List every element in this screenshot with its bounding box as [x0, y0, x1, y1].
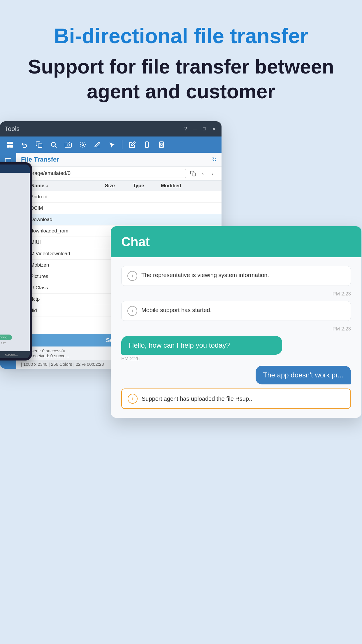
path-row: ‹ › — [16, 167, 222, 181]
window-titlebar: Tools ? — □ ✕ — [0, 121, 222, 136]
system-message-1: i The representative is viewing system i… — [121, 266, 351, 286]
file-upload-text: Support agent has uploaded the file Rsup… — [142, 396, 345, 402]
path-nav-buttons: ‹ › — [189, 169, 217, 178]
headline-dark: Support for file transfer between agent … — [10, 54, 352, 104]
chat-messages: i The representative is viewing system i… — [111, 257, 361, 418]
info-icon-orange: i — [128, 394, 138, 404]
path-input[interactable] — [21, 169, 186, 178]
mobile-status-bar: ⋮ — [0, 164, 30, 173]
svg-rect-4 — [38, 144, 42, 148]
file-name-android: Android — [21, 194, 217, 200]
chat-panel: Chat i The representative is viewing sys… — [111, 226, 361, 418]
svg-rect-0 — [7, 142, 10, 144]
undo-icon[interactable] — [20, 140, 29, 149]
file-columns-header: File Name ▲ Size Type Modified — [16, 181, 222, 191]
agent-bubble: Hello, how can I help you today? — [121, 336, 282, 355]
phone-icon[interactable] — [142, 140, 152, 149]
window-title: Tools — [5, 125, 180, 133]
file-upload-notification: i Support agent has uploaded the file Rs… — [121, 388, 351, 409]
back-button[interactable]: ‹ — [199, 169, 207, 178]
svg-rect-3 — [10, 145, 13, 148]
svg-point-5 — [51, 142, 55, 146]
pen-icon[interactable] — [93, 140, 102, 149]
file-name-dcim: DCIM — [21, 205, 217, 211]
svg-point-7 — [67, 144, 69, 146]
system-msg-text-2: Mobile support has started. — [141, 306, 212, 314]
svg-rect-13 — [5, 158, 11, 162]
svg-line-6 — [55, 146, 57, 148]
resolution-info: | 1080 x 2340 | 256 Colors | 22 % 00:02:… — [21, 362, 104, 367]
mobile-chat-bubble: porting... — [0, 335, 12, 340]
refresh-icon[interactable]: ↻ — [212, 156, 217, 163]
customer-bubble: The app doesn't work pr... — [256, 366, 351, 384]
info-icon-2: i — [127, 306, 137, 316]
file-name-download: Download — [21, 216, 217, 223]
screenshots-container: Tools ? — □ ✕ — [0, 121, 362, 573]
svg-rect-29 — [192, 173, 196, 176]
column-type: Type — [133, 183, 161, 189]
svg-rect-2 — [7, 145, 10, 148]
toolbar-divider — [122, 140, 122, 149]
file-row[interactable]: Android — [16, 191, 222, 203]
toolbar-row — [0, 136, 222, 153]
system-msg-time-2: PM 2:23 — [121, 326, 351, 332]
cursor-icon[interactable] — [107, 140, 117, 149]
file-row-download[interactable]: Download — [16, 214, 222, 225]
maximize-button[interactable]: □ — [201, 126, 208, 132]
search-icon[interactable] — [49, 140, 58, 149]
help-button[interactable]: ? — [182, 126, 189, 132]
customer-message-wrapper: The app doesn't work pr... — [121, 366, 351, 384]
mobile-content: porting... PM 2:27 — [0, 173, 30, 351]
file-row[interactable]: DCIM — [16, 203, 222, 214]
svg-point-8 — [82, 144, 84, 146]
system-msg-text-1: The representative is viewing system inf… — [141, 271, 269, 279]
copy-icon[interactable] — [34, 140, 44, 149]
close-button[interactable]: ✕ — [210, 126, 217, 132]
edit-icon[interactable] — [128, 140, 137, 149]
mobile-bottom-bar: Reporting... — [0, 351, 30, 358]
minimize-button[interactable]: — — [192, 126, 198, 132]
svg-rect-9 — [145, 142, 148, 148]
column-modified: Modified — [161, 183, 217, 189]
column-size: Size — [105, 183, 133, 189]
grid-icon[interactable] — [5, 140, 15, 149]
settings-icon[interactable] — [78, 140, 87, 149]
agent-message-wrapper: Hello, how can I help you today? PM 2:26 — [121, 336, 351, 362]
mobile-device: ⋮ porting... PM 2:27 Reporting... — [0, 162, 32, 360]
svg-rect-1 — [10, 142, 13, 144]
info-icon-1: i — [127, 271, 137, 281]
window-controls: ? — □ ✕ — [182, 126, 217, 132]
column-name: File Name ▲ — [21, 183, 105, 189]
portrait-icon[interactable] — [157, 140, 166, 149]
agent-msg-time: PM 2:26 — [121, 356, 351, 362]
page-container: Bi-directional file transfer Support for… — [0, 0, 362, 644]
mobile-screen: ⋮ porting... PM 2:27 Reporting... — [0, 164, 30, 358]
system-msg-time-1: PM 2:23 — [121, 291, 351, 297]
camera-icon[interactable] — [64, 140, 73, 149]
forward-button[interactable]: › — [209, 169, 217, 178]
system-message-2: i Mobile support has started. — [121, 301, 351, 321]
svg-point-12 — [161, 143, 162, 145]
chat-title: Chat — [121, 235, 150, 249]
file-panel-header: File Transfer ↻ — [16, 153, 222, 167]
mobile-time: PM 2:27 — [0, 341, 30, 345]
copy-path-button[interactable] — [189, 169, 197, 178]
headline-blue: Bi-directional file transfer — [54, 23, 308, 48]
mobile-bottom-text: Reporting... — [5, 353, 19, 356]
chat-header: Chat — [111, 226, 361, 257]
